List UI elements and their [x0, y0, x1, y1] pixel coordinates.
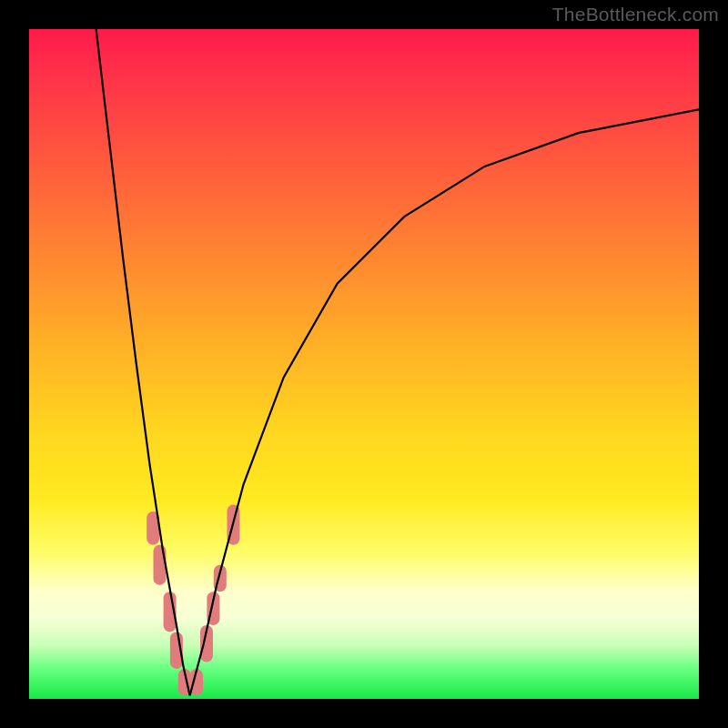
curve-left-arm [96, 29, 190, 695]
curve-marker [154, 545, 167, 585]
bottleneck-curve-svg [29, 29, 699, 699]
plot-area [29, 29, 699, 699]
watermark-text: TheBottleneck.com [552, 4, 719, 25]
chart-frame: TheBottleneck.com [0, 0, 728, 728]
curve-right-arm [190, 109, 699, 695]
